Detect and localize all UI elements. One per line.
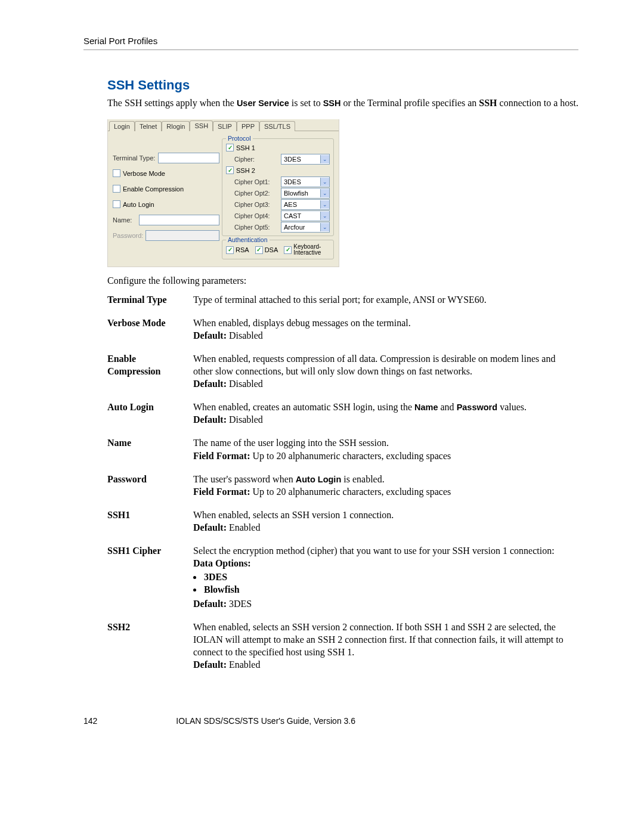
cipher-opt5-value: Arcfour	[284, 224, 305, 231]
keyboard-interactive-checkbox[interactable]: ✓	[284, 246, 292, 254]
cipher-opt3-value: AES	[284, 201, 297, 208]
dsa-label: DSA	[265, 246, 278, 253]
rsa-label: RSA	[236, 246, 249, 253]
intro-post1: or the Terminal profile specifies an	[340, 98, 479, 108]
enable-compression-label: Enable Compression	[123, 185, 184, 193]
cipher-opt5-select[interactable]: Arcfour⌄	[281, 222, 330, 233]
intro-mid: is set to	[289, 98, 323, 108]
intro-b3: SSH	[479, 98, 497, 108]
param-name: Password	[107, 473, 193, 509]
param-name: Name	[107, 436, 193, 472]
param-desc: The user's password when Auto Login is e…	[193, 473, 578, 509]
name-input[interactable]	[139, 215, 219, 225]
auto-login-checkbox[interactable]	[113, 200, 120, 208]
param-desc: When enabled, requests compression of al…	[193, 352, 578, 401]
param-name: SSH1	[107, 509, 193, 544]
ssh1-cipher-label: Cipher:	[226, 156, 276, 163]
protocol-group: ✓ SSH 1 Cipher: 3DES ⌄ ✓ SSH 2	[222, 138, 334, 236]
param-name: Verbose Mode	[107, 317, 193, 352]
param-name: Terminal Type	[107, 293, 193, 317]
page-footer: 142 IOLAN SDS/SCS/STS User's Guide, Vers…	[83, 716, 578, 726]
terminal-type-label: Terminal Type:	[113, 154, 156, 162]
params-table: Terminal Type Type of terminal attached …	[107, 293, 578, 682]
enable-compression-checkbox[interactable]	[113, 185, 120, 193]
rsa-checkbox[interactable]: ✓	[226, 246, 234, 254]
intro-post2: connection to a host.	[497, 98, 578, 108]
cipher-opt4-select[interactable]: CAST⌄	[281, 210, 330, 221]
authentication-group: ✓ RSA ✓ DSA ✓ Keyboard-Interactive	[222, 240, 334, 259]
cipher-opt4-label: Cipher Opt4:	[226, 212, 276, 219]
tab-rlogin[interactable]: Rlogin	[162, 121, 190, 131]
password-input[interactable]	[145, 230, 219, 241]
param-desc: When enabled, creates an automatic SSH l…	[193, 401, 578, 436]
intro-b2: SSH	[323, 98, 341, 108]
cipher-opt2-select[interactable]: Blowfish⌄	[281, 188, 330, 199]
keyboard-interactive-label: Keyboard-Interactive	[293, 244, 321, 256]
chevron-down-icon: ⌄	[320, 223, 329, 231]
param-desc: Select the encryption method (cipher) th…	[193, 544, 578, 621]
cipher-opt1-select[interactable]: 3DES⌄	[281, 176, 330, 187]
cipher-opt1-label: Cipher Opt1:	[226, 178, 276, 185]
ssh2-label: SSH 2	[236, 167, 255, 174]
password-label: Password:	[113, 232, 143, 239]
running-header-text: Serial Port Profiles	[83, 36, 157, 46]
tabstrip: Login Telnet Rlogin SSH SLIP PPP SSL/TLS	[108, 119, 339, 131]
cipher-opt5-label: Cipher Opt5:	[226, 224, 276, 231]
chevron-down-icon: ⌄	[320, 189, 329, 197]
param-name: SSH1 Cipher	[107, 544, 193, 621]
cipher-opt1-value: 3DES	[284, 178, 301, 185]
tab-slip[interactable]: SLIP	[213, 121, 237, 131]
name-label: Name:	[113, 216, 137, 224]
param-desc: The name of the user logging into the SS…	[193, 436, 578, 472]
page-number: 142	[83, 716, 97, 726]
cipher-opt3-select[interactable]: AES⌄	[281, 199, 330, 210]
ssh2-checkbox[interactable]: ✓	[226, 166, 234, 174]
intro-b1: User Service	[237, 98, 289, 108]
chevron-down-icon: ⌄	[320, 155, 329, 163]
ssh1-checkbox[interactable]: ✓	[226, 144, 234, 151]
param-desc: When enabled, selects an SSH version 2 c…	[193, 621, 578, 682]
running-header: Serial Port Profiles	[83, 36, 578, 50]
cipher-opt2-value: Blowfish	[284, 190, 308, 197]
tab-ppp[interactable]: PPP	[237, 121, 259, 131]
param-desc: Type of terminal attached to this serial…	[193, 293, 578, 317]
params-lead: Configure the following parameters:	[107, 275, 578, 286]
param-desc: When enabled, displays debug messages on…	[193, 317, 578, 352]
cipher-opt2-label: Cipher Opt2:	[226, 190, 276, 197]
dsa-checkbox[interactable]: ✓	[255, 246, 263, 254]
param-desc: When enabled, selects an SSH version 1 c…	[193, 509, 578, 544]
chevron-down-icon: ⌄	[320, 178, 329, 186]
param-name: Auto Login	[107, 401, 193, 436]
cipher-opt4-value: CAST	[284, 212, 301, 219]
page-title: SSH Settings	[107, 78, 578, 93]
ssh-settings-panel: Login Telnet Rlogin SSH SLIP PPP SSL/TLS…	[107, 119, 339, 267]
verbose-mode-checkbox[interactable]	[113, 169, 120, 177]
tab-telnet[interactable]: Telnet	[135, 121, 162, 131]
tab-ssh[interactable]: SSH	[190, 120, 213, 131]
intro-pre: The SSH settings apply when the	[107, 98, 237, 108]
ssh1-cipher-select[interactable]: 3DES ⌄	[281, 154, 330, 165]
param-name: Enable Compression	[107, 352, 193, 401]
auto-login-label: Auto Login	[123, 201, 154, 208]
ssh1-cipher-value: 3DES	[284, 156, 301, 163]
chevron-down-icon: ⌄	[320, 212, 329, 220]
footer-book-title: IOLAN SDS/SCS/STS User's Guide, Version …	[175, 716, 578, 726]
tab-login[interactable]: Login	[109, 121, 135, 131]
cipher-opt3-label: Cipher Opt3:	[226, 201, 276, 208]
param-name: SSH2	[107, 621, 193, 682]
ssh1-label: SSH 1	[236, 144, 255, 151]
chevron-down-icon: ⌄	[320, 200, 329, 209]
verbose-mode-label: Verbose Mode	[123, 170, 165, 177]
terminal-type-input[interactable]	[158, 153, 219, 163]
intro-text: The SSH settings apply when the User Ser…	[107, 97, 578, 110]
tab-ssl-tls[interactable]: SSL/TLS	[259, 121, 295, 131]
